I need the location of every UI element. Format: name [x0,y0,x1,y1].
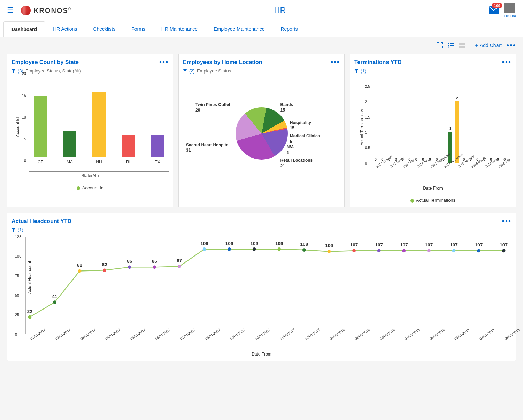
toolbar-divider [470,41,470,49]
data-point[interactable] [228,247,231,251]
card-actual-headcount-ytd: Actual Headcount YTD ••• (1) Actual Head… [7,213,516,361]
svg-rect-6 [450,47,454,47]
data-point[interactable] [477,249,480,252]
svg-text:109: 109 [250,241,258,246]
svg-text:82: 82 [102,262,107,267]
card-employee-count-by-state: Employee Count by State ••• (3) Employee… [7,54,173,207]
data-point[interactable] [153,265,156,269]
filter-icon [183,69,187,73]
data-point[interactable] [328,250,331,253]
data-point[interactable] [178,265,181,268]
data-label: 0 [375,157,377,161]
data-point[interactable] [377,249,381,252]
pie-chart: Bands15Hospitality15Medical Clinics5N/A1… [183,78,340,189]
data-point[interactable] [253,247,256,251]
data-point[interactable] [277,247,281,251]
data-point[interactable] [452,249,456,252]
svg-text:109: 109 [200,241,208,246]
add-chart-button[interactable]: + Add Chart [475,42,502,48]
svg-point-1 [448,43,449,44]
svg-rect-9 [459,46,462,48]
data-point[interactable] [203,247,206,251]
bar-NH[interactable]: NH [92,92,106,165]
logo[interactable]: KRONOS® [21,6,71,15]
svg-rect-8 [462,43,465,45]
line-chart: Actual Headcount 0255075100125 224181828… [25,237,508,334]
bar-MA[interactable]: MA [63,131,76,165]
data-point[interactable] [28,315,31,319]
svg-text:87: 87 [177,258,182,263]
list-view-icon[interactable] [448,42,454,48]
filter-button[interactable]: (1) [11,227,512,232]
svg-text:107: 107 [350,242,358,247]
x-axis-label: Date From [354,186,512,191]
data-point[interactable] [103,268,106,272]
card-more-icon[interactable]: ••• [331,58,340,66]
data-point[interactable] [302,248,306,252]
svg-text:108: 108 [300,242,308,247]
svg-rect-4 [450,45,454,46]
filter-button[interactable]: (3) Employee Status, State(Alt) [11,68,169,74]
pie-label: Hospitality15 [290,120,311,131]
data-point[interactable] [402,249,406,252]
tab-dashboard[interactable]: Dashboard [3,21,45,37]
data-point[interactable] [78,269,82,273]
svg-text:107: 107 [425,242,433,247]
svg-point-5 [448,47,449,48]
svg-rect-2 [450,43,454,44]
tab-forms[interactable]: Forms [123,21,153,37]
x-axis-label: Date From [11,352,512,357]
notification-badge: 109 [492,3,502,8]
card-more-icon[interactable]: ••• [502,217,512,225]
card-more-icon[interactable]: ••• [502,58,512,66]
svg-text:41: 41 [52,294,57,299]
card-title: Terminations YTD [354,59,401,66]
user-menu[interactable]: Hi! Tim [504,3,516,18]
card-terminations-ytd: Terminations YTD ••• (1) Actual Terminat… [350,54,516,207]
data-point[interactable] [502,249,506,252]
svg-text:81: 81 [77,262,83,268]
card-more-icon[interactable]: ••• [159,58,169,66]
legend: Account Id [11,185,169,190]
grid-view-icon[interactable] [459,42,465,48]
bar-TX[interactable]: TX [151,135,164,165]
tab-hr-maintenance[interactable]: HR Maintenance [153,21,206,37]
dashboard-toolbar: + Add Chart ••• [0,37,523,54]
filter-icon [11,228,16,232]
bar[interactable] [455,101,459,163]
svg-text:107: 107 [400,242,408,247]
pie-label: Bands15 [280,102,293,113]
svg-text:107: 107 [475,242,483,247]
svg-text:109: 109 [225,241,233,246]
bar-CT[interactable]: CT [34,96,47,165]
svg-text:22: 22 [27,309,32,314]
tab-reports[interactable]: Reports [272,21,306,37]
data-point[interactable] [427,249,431,252]
card-employees-by-home-location: Employees by Home Location ••• (2) Emplo… [178,54,345,207]
legend: Actual Terminations [354,198,512,203]
data-point[interactable] [352,249,356,252]
toolbar-more-icon[interactable]: ••• [507,41,516,49]
logo-icon [21,6,31,15]
app-header: ☰ KRONOS® HR 109 Hi! Tim [0,0,523,21]
bar-RI[interactable]: RI [122,135,135,165]
data-label: 1 [449,127,451,131]
svg-rect-7 [459,43,462,45]
pie-label: Twin Pines Outlet20 [195,102,230,113]
data-point[interactable] [128,265,131,269]
data-point[interactable] [53,300,56,304]
menu-icon[interactable]: ☰ [7,6,14,15]
card-title: Employees by Home Location [183,59,262,66]
filter-button[interactable]: (1) [354,68,512,74]
bar[interactable] [448,132,452,163]
tab-employee-maintenance[interactable]: Employee Maintenance [206,21,272,37]
user-greeting: Hi! Tim [504,14,516,18]
filter-button[interactable]: (2) Employee Status [183,68,340,74]
card-title: Actual Headcount YTD [11,218,71,224]
notifications-button[interactable]: 109 [489,6,499,15]
tab-checklists[interactable]: Checklists [85,21,123,37]
expand-icon[interactable] [437,42,443,48]
avatar [504,3,515,13]
x-axis-label: State(Alt) [11,173,169,178]
tab-hr-actions[interactable]: HR Actions [45,21,85,37]
